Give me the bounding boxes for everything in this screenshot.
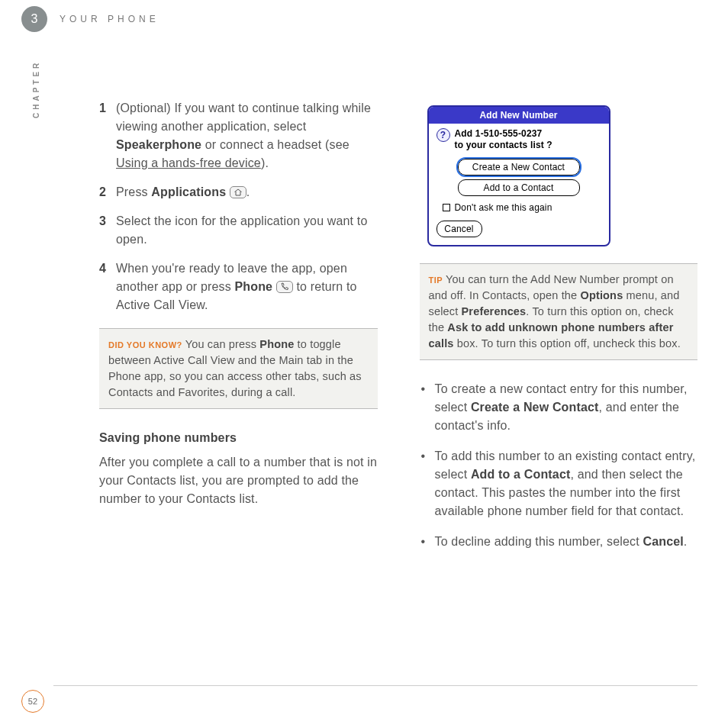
step-text: (Optional) If you want to continue talki… bbox=[116, 99, 378, 172]
page-number: 52 bbox=[21, 690, 44, 713]
subheading-saving: Saving phone numbers bbox=[99, 429, 378, 447]
create-new-contact-button[interactable]: Create a New Contact bbox=[458, 159, 580, 176]
callout-lead: DID YOU KNOW? bbox=[108, 340, 182, 350]
chapter-side-label: CHAPTER bbox=[31, 60, 42, 118]
step-1: 1 (Optional) If you want to continue tal… bbox=[99, 99, 378, 172]
dont-ask-checkbox[interactable]: Don't ask me this again bbox=[443, 201, 601, 214]
step-number: 3 bbox=[99, 212, 116, 249]
callout-lead: TIP bbox=[429, 275, 443, 285]
add-number-dialog: Add New Number ? Add 1-510-555-0237 to y… bbox=[427, 105, 610, 246]
running-head: YOUR PHONE bbox=[60, 12, 159, 26]
left-column: 1 (Optional) If you want to continue tal… bbox=[99, 99, 378, 659]
footer-rule bbox=[53, 685, 697, 686]
step-text: Select the icon for the application you … bbox=[116, 212, 378, 249]
add-to-contact-button[interactable]: Add to a Contact bbox=[458, 179, 580, 196]
right-column: Add New Number ? Add 1-510-555-0237 to y… bbox=[420, 99, 698, 659]
paragraph: After you complete a call to a number th… bbox=[99, 453, 378, 508]
step-text: When you're ready to leave the app, open… bbox=[116, 259, 378, 314]
tip-callout: TIP You can turn the Add New Number prom… bbox=[420, 263, 698, 360]
list-item: To add this number to an existing contac… bbox=[420, 447, 698, 520]
step-4: 4 When you're ready to leave the app, op… bbox=[99, 259, 378, 314]
dialog-title: Add New Number bbox=[429, 107, 609, 124]
step-3: 3 Select the icon for the application yo… bbox=[99, 212, 378, 249]
bullet-list: To create a new contact entry for this n… bbox=[420, 380, 698, 551]
dialog-body: ? Add 1-510-555-0237 to your contacts li… bbox=[429, 124, 609, 245]
cancel-button[interactable]: Cancel bbox=[436, 221, 482, 237]
step-number: 2 bbox=[99, 183, 116, 201]
step-2: 2 Press Applications . bbox=[99, 183, 378, 201]
page-content: 1 (Optional) If you want to continue tal… bbox=[99, 99, 697, 659]
checkbox-icon bbox=[443, 204, 450, 211]
chapter-number-badge: 3 bbox=[21, 6, 47, 32]
step-number: 4 bbox=[99, 259, 116, 314]
dialog-message: ? Add 1-510-555-0237 to your contacts li… bbox=[436, 128, 601, 151]
question-icon: ? bbox=[436, 128, 450, 142]
step-text: Press Applications . bbox=[116, 183, 378, 201]
phone-key-icon bbox=[276, 281, 293, 293]
applications-key-icon bbox=[230, 186, 246, 198]
chapter-number: 3 bbox=[31, 10, 37, 28]
link-hands-free[interactable]: Using a hands-free device bbox=[116, 156, 261, 169]
step-number: 1 bbox=[99, 99, 116, 172]
list-item: To decline adding this number, select Ca… bbox=[420, 533, 698, 551]
list-item: To create a new contact entry for this n… bbox=[420, 380, 698, 435]
did-you-know-callout: DID YOU KNOW? You can press Phone to tog… bbox=[99, 328, 378, 409]
